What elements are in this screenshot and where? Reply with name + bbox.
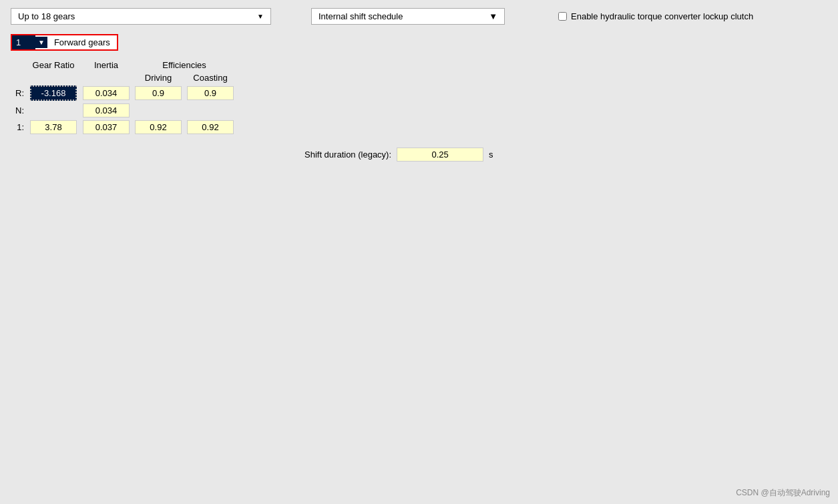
cell-gear-ratio bbox=[27, 119, 80, 136]
shift-schedule-label: Internal shift schedule bbox=[319, 11, 403, 21]
coasting-input[interactable] bbox=[187, 120, 234, 134]
gears-dropdown[interactable]: Up to 18 gears ▼ bbox=[11, 8, 271, 25]
gears-dropdown-label: Up to 18 gears bbox=[18, 11, 75, 21]
cell-inertia bbox=[80, 102, 132, 119]
shift-schedule-arrow: ▼ bbox=[489, 11, 497, 21]
table-row: N: bbox=[11, 102, 236, 119]
col-driving-header: Driving bbox=[132, 71, 184, 84]
gears-dropdown-arrow: ▼ bbox=[257, 13, 264, 20]
col-gear-ratio-header: Gear Ratio bbox=[27, 59, 80, 71]
gear-ratio-input[interactable] bbox=[30, 85, 77, 101]
sub-inertia bbox=[80, 71, 132, 84]
gear-table: Gear Ratio Inertia Efficiencies Driving … bbox=[11, 59, 236, 136]
col-coasting-header: Coasting bbox=[184, 71, 236, 84]
sub-gear-ratio bbox=[27, 71, 80, 84]
cell-coasting bbox=[184, 84, 236, 102]
inertia-input[interactable] bbox=[83, 103, 130, 117]
shift-duration-label: Shift duration (legacy): bbox=[304, 150, 391, 160]
cell-inertia bbox=[80, 119, 132, 136]
gear-table-section: Gear Ratio Inertia Efficiencies Driving … bbox=[11, 59, 827, 136]
cell-driving bbox=[132, 119, 184, 136]
shift-schedule-dropdown[interactable]: Internal shift schedule ▼ bbox=[311, 8, 505, 25]
driving-input[interactable] bbox=[135, 86, 182, 100]
driving-input[interactable] bbox=[135, 120, 182, 134]
row-label: 1: bbox=[11, 119, 27, 136]
gear-number-dropdown-arrow[interactable]: ▼ bbox=[35, 37, 47, 48]
col-efficiencies-header: Efficiencies bbox=[132, 59, 236, 71]
table-row: R: bbox=[11, 84, 236, 102]
gear-selector: ▼ Forward gears bbox=[11, 34, 118, 51]
shift-duration-unit: s bbox=[489, 150, 493, 160]
gear-number-input[interactable] bbox=[12, 35, 35, 49]
forward-gears-label: Forward gears bbox=[47, 35, 117, 49]
cell-coasting bbox=[184, 119, 236, 136]
cell-coasting bbox=[184, 102, 236, 119]
shift-duration-row: Shift duration (legacy): s bbox=[304, 148, 827, 162]
hydraulic-label: Enable hydraulic torque converter lockup… bbox=[571, 11, 753, 21]
col-inertia-header: Inertia bbox=[80, 59, 132, 71]
inertia-input[interactable] bbox=[83, 86, 130, 100]
cell-driving bbox=[132, 102, 184, 119]
watermark: CSDN @自动驾驶Adriving bbox=[736, 487, 830, 499]
table-row: 1: bbox=[11, 119, 236, 136]
gear-ratio-input[interactable] bbox=[30, 120, 77, 134]
hydraulic-checkbox[interactable] bbox=[558, 12, 567, 21]
cell-driving bbox=[132, 84, 184, 102]
coasting-input[interactable] bbox=[187, 86, 234, 100]
col-empty bbox=[11, 59, 27, 71]
sub-empty bbox=[11, 71, 27, 84]
inertia-input[interactable] bbox=[83, 120, 130, 134]
cell-gear-ratio bbox=[27, 84, 80, 102]
row-label: N: bbox=[11, 102, 27, 119]
shift-duration-input[interactable] bbox=[397, 148, 483, 162]
cell-gear-ratio bbox=[27, 102, 80, 119]
hydraulic-row: Enable hydraulic torque converter lockup… bbox=[558, 11, 753, 21]
cell-inertia bbox=[80, 84, 132, 102]
row-label: R: bbox=[11, 84, 27, 102]
